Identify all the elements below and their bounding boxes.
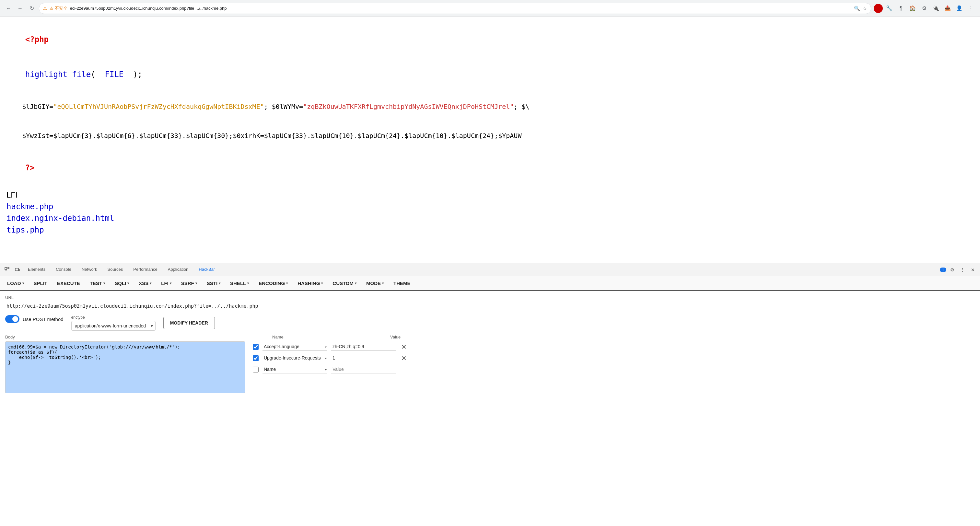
header-delete-btn-2[interactable]: ✕ [400, 354, 408, 362]
body-section: Body cmd[66.99=$a = new DirectoryIterato… [5, 335, 975, 393]
devtools-settings-icon[interactable]: ⚙ [948, 265, 957, 274]
body-label: Body [5, 335, 245, 339]
file-link-1[interactable]: hackme.php [6, 201, 974, 213]
hackbar-encoding-btn[interactable]: ENCODING ▾ [254, 278, 292, 288]
menu-icon[interactable]: ⋮ [966, 3, 976, 14]
back-button[interactable]: ← [4, 4, 13, 13]
code-line-3: $lJbGIY="eQOLlCmTYhVJUnRAobPSvjrFzWZycHX… [6, 92, 974, 121]
hackbar-hashing-btn[interactable]: HASHING ▾ [293, 278, 327, 288]
header-value-input-1[interactable] [331, 343, 396, 351]
header-name-col-label: Name [272, 335, 344, 339]
lfi-label: LFI [6, 189, 974, 201]
hackbar-custom-btn[interactable]: CUSTOM ▾ [328, 278, 361, 288]
header-name-wrapper-2 [262, 354, 327, 362]
header-checkbox-2[interactable] [253, 355, 259, 361]
post-toggle-group: Use POST method [5, 315, 64, 323]
tab-hackbar[interactable]: HackBar [194, 265, 220, 274]
insecure-label: ⚠ 不安全 [49, 5, 67, 11]
devtools-responsive-icon[interactable] [13, 265, 22, 274]
file-link-2[interactable]: index.nginx-debian.html [6, 213, 974, 224]
devtools-more-icon[interactable]: ⋮ [958, 265, 967, 274]
enctype-group: enctype application/x-www-form-urlencode… [71, 315, 156, 331]
hackbar-theme-btn[interactable]: THEME [389, 278, 415, 288]
header-name-input-3[interactable] [262, 365, 327, 373]
ext-icon-6[interactable]: 🔌 [931, 3, 941, 14]
tab-application[interactable]: Application [163, 265, 193, 274]
hackbar-body: URL Use POST method enctype application/… [0, 291, 980, 526]
tab-performance[interactable]: Performance [129, 265, 162, 274]
hackbar-shell-btn[interactable]: SHELL ▾ [226, 278, 253, 288]
tab-elements[interactable]: Elements [23, 265, 50, 274]
hackbar-ssti-btn[interactable]: SSTI ▾ [202, 278, 225, 288]
insecure-icon: ⚠ [43, 6, 47, 11]
hackbar-xss-btn[interactable]: XSS ▾ [134, 278, 156, 288]
hackbar-execute-btn[interactable]: EXECUTE [52, 278, 84, 288]
xss-dropdown-arrow: ▾ [150, 281, 151, 285]
url-section: URL [5, 295, 975, 311]
mode-dropdown-arrow: ▾ [382, 281, 384, 285]
tab-network[interactable]: Network [77, 265, 102, 274]
code-line-4: $YwzIst=$lapUCm{3}.$lapUCm{6}.$lapUCm{33… [6, 121, 974, 150]
post-toggle-label: Use POST method [23, 316, 64, 322]
body-textarea[interactable]: cmd[66.99=$a = new DirectoryIterator("gl… [5, 342, 245, 393]
header-checkbox-1[interactable] [253, 344, 259, 350]
search-icon: 🔍 [854, 5, 860, 11]
options-row: Use POST method enctype application/x-ww… [5, 315, 975, 331]
hashing-dropdown-arrow: ▾ [321, 281, 323, 285]
devtools-close-icon[interactable]: ✕ [968, 265, 977, 274]
header-name-input-2[interactable] [262, 354, 327, 362]
svg-rect-5 [19, 269, 20, 271]
ext-icon-5[interactable]: ⚙ [919, 3, 929, 14]
ext-icon-1[interactable] [874, 4, 883, 13]
hackbar-mode-btn[interactable]: MODE ▾ [362, 278, 388, 288]
test-dropdown-arrow: ▾ [103, 281, 105, 285]
address-url-text: eci-2ze9aum75osp02m1yvii.cloudeci1.ichun… [70, 6, 851, 11]
devtools-topbar: Elements Console Network Sources Perform… [0, 263, 980, 276]
post-toggle[interactable] [5, 315, 19, 323]
hackbar-split-btn[interactable]: SPLIT [29, 278, 52, 288]
modify-header-button[interactable]: MODIFY HEADER [163, 317, 215, 329]
header-value-input-3[interactable] [331, 365, 396, 373]
forward-button[interactable]: → [16, 4, 25, 13]
devtools-panel: Elements Console Network Sources Perform… [0, 263, 980, 526]
hackbar-test-btn[interactable]: TEST ▾ [85, 278, 110, 288]
header-delete-btn-1[interactable]: ✕ [400, 343, 408, 351]
code-func: highlight_file [25, 70, 91, 79]
url-section-label: URL [5, 295, 975, 300]
profile-icon[interactable]: 👤 [954, 3, 964, 14]
header-value-input-2[interactable] [331, 354, 396, 362]
header-checkbox-3[interactable] [253, 367, 259, 372]
shell-dropdown-arrow: ▾ [247, 281, 249, 285]
body-left: Body cmd[66.99=$a = new DirectoryIterato… [5, 335, 245, 393]
url-input[interactable] [5, 301, 975, 311]
lfi-dropdown-arrow: ▾ [170, 281, 172, 285]
load-dropdown-arrow: ▾ [22, 281, 24, 285]
hackbar-lfi-btn[interactable]: LFI ▾ [156, 278, 176, 288]
custom-dropdown-arrow: ▾ [355, 281, 356, 285]
ext-icon-7[interactable]: 📥 [942, 3, 953, 14]
header-row-1: ✕ [253, 343, 975, 351]
enctype-select[interactable]: application/x-www-form-urlencodedmultipa… [71, 321, 156, 331]
file-link-3[interactable]: tips.php [6, 224, 974, 236]
tab-sources[interactable]: Sources [103, 265, 128, 274]
header-name-input-1[interactable] [262, 343, 327, 351]
address-bar[interactable]: ⚠ ⚠ 不安全 eci-2ze9aum75osp02m1yvii.cloudec… [39, 3, 871, 14]
hackbar-load-btn[interactable]: LOAD ▾ [3, 278, 29, 288]
hackbar-toolbar: LOAD ▾ SPLIT EXECUTE TEST ▾ SQLI ▾ XSS ▾… [0, 276, 980, 291]
header-row-3 [253, 365, 975, 373]
header-name-wrapper-1 [262, 343, 327, 351]
hackbar-ssrf-btn[interactable]: SSRF ▾ [177, 278, 202, 288]
svg-rect-4 [15, 268, 19, 271]
code-line-2: highlight_file(__FILE__); [6, 57, 974, 92]
header-row-2: ✕ [253, 354, 975, 362]
ext-icon-4[interactable]: 🏠 [907, 3, 918, 14]
ext-icon-3[interactable]: ¶ [896, 3, 906, 14]
bookmark-icon: ☆ [863, 5, 867, 11]
ext-icon-2[interactable]: 🔧 [884, 3, 894, 14]
tab-console[interactable]: Console [51, 265, 76, 274]
devtools-inspect-icon[interactable] [3, 265, 12, 274]
devtools-badge: 1 [940, 267, 946, 272]
php-open-tag: <?php [25, 35, 49, 44]
hackbar-sqli-btn[interactable]: SQLI ▾ [110, 278, 134, 288]
reload-button[interactable]: ↻ [27, 4, 36, 13]
